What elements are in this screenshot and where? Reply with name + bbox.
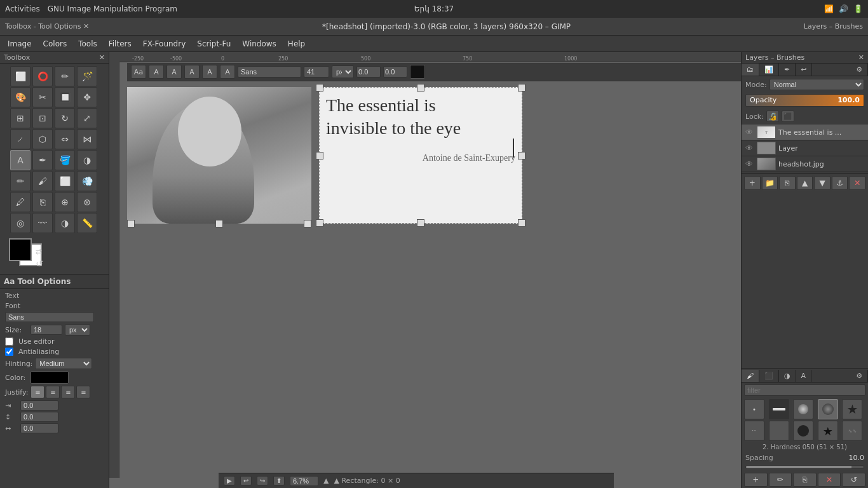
status-redo-btn[interactable]: ↪ <box>257 476 268 485</box>
text-offset-x-input[interactable] <box>356 66 381 78</box>
text-color-button[interactable] <box>410 65 425 79</box>
canvas-area[interactable]: -250 -500 0 250 500 750 1000 Aa A A A A … <box>109 52 741 488</box>
sel-handle-br-outer[interactable] <box>304 220 311 227</box>
new-brush-btn[interactable]: + <box>744 473 768 487</box>
right-panel-close[interactable]: ✕ <box>858 53 864 62</box>
selection-handle-br2[interactable] <box>518 219 526 227</box>
brush-item[interactable] <box>793 421 813 441</box>
new-layer-btn[interactable]: + <box>744 176 761 190</box>
sel-handle-bm-outer[interactable] <box>215 220 223 227</box>
activities-label[interactable]: Activities <box>5 4 40 13</box>
justify-fill-btn[interactable]: ≡ <box>76 386 90 398</box>
tool-rotate[interactable]: ↻ <box>55 108 75 128</box>
tool-measure[interactable]: 📏 <box>77 213 97 233</box>
move-layer-up-btn[interactable]: ▲ <box>797 176 813 190</box>
menu-colors[interactable]: Colors <box>38 38 72 50</box>
tab-channels[interactable]: 📊 <box>759 64 779 76</box>
size-input[interactable] <box>31 325 62 335</box>
duplicate-brush-btn[interactable]: ⎘ <box>793 473 817 487</box>
duplicate-layer-btn[interactable]: ⎘ <box>779 176 796 190</box>
justify-center-btn[interactable]: ≡ <box>46 386 60 398</box>
antialiasing-checkbox[interactable] <box>5 348 13 356</box>
selection-handle-tm[interactable] <box>417 84 424 92</box>
tab-gradients[interactable]: ◑ <box>779 370 796 382</box>
lock-pixels-btn[interactable]: 🔏 <box>766 111 779 122</box>
tool-perspective[interactable]: ⬡ <box>32 129 53 149</box>
tool-ellipse-select[interactable]: ⭕ <box>32 66 53 86</box>
tool-shear[interactable]: ⟋ <box>10 129 31 149</box>
selection-handle-tr[interactable] <box>518 84 526 92</box>
spacing-bar[interactable] <box>745 465 864 469</box>
tool-heal[interactable]: ⊕ <box>55 192 75 212</box>
layer-eye-btn[interactable]: 👁 <box>744 127 754 137</box>
refresh-brushes-btn[interactable]: ↺ <box>842 473 865 487</box>
brush-item-selected[interactable] <box>818 399 838 419</box>
text-font-kerning-btn[interactable]: A <box>220 65 235 79</box>
text-font-italic-btn[interactable]: A <box>166 65 182 79</box>
toolbox-close[interactable]: ✕ <box>99 53 105 62</box>
tool-scale[interactable]: ⤢ <box>77 108 97 128</box>
opacity-bar[interactable]: Opacity 100.0 <box>745 94 864 107</box>
sel-handle-bl-outer[interactable] <box>127 220 135 227</box>
tool-rect-select[interactable]: ⬜ <box>10 66 31 86</box>
tab-paths[interactable]: ✒ <box>779 64 796 76</box>
foreground-color-swatch[interactable] <box>9 238 32 261</box>
brush-item[interactable] <box>793 399 813 419</box>
tool-ink[interactable]: 🖊 <box>10 192 31 212</box>
tab-brushes[interactable]: 🖌 <box>742 370 759 382</box>
text-offset-y-input[interactable] <box>383 66 407 78</box>
move-layer-down-btn[interactable]: ▼ <box>814 176 831 190</box>
layer-mode-select[interactable]: Normal Multiply Screen Overlay <box>770 79 864 90</box>
selection-handle-tl[interactable] <box>316 84 323 92</box>
swap-colors-btn[interactable]: ⇄ <box>36 247 42 256</box>
tool-blur-sharpen[interactable]: ◎ <box>10 213 31 233</box>
tab-patterns[interactable]: ⬛ <box>759 370 779 382</box>
selection-handle-mr[interactable] <box>518 152 526 159</box>
brushes-options-btn[interactable]: ⚙ <box>851 370 868 382</box>
toolbox-title-left[interactable]: Toolbox - Tool Options ✕ <box>5 22 89 30</box>
brushes-filter-input[interactable] <box>744 384 865 396</box>
layer-eye-btn[interactable]: 👁 <box>744 159 754 169</box>
brush-item[interactable]: ★ <box>818 421 838 441</box>
selection-handle-bm2[interactable] <box>417 219 424 227</box>
menu-image[interactable]: Image <box>3 38 37 50</box>
tab-layers[interactable]: 🗂 <box>742 64 759 76</box>
tool-fuzzy-select[interactable]: 🪄 <box>77 66 97 86</box>
tool-smudge[interactable]: 〰 <box>32 213 53 233</box>
text-font-strikethrough-btn[interactable]: A <box>202 65 217 79</box>
brush-item[interactable]: ··· <box>744 421 764 441</box>
text-color-swatch[interactable] <box>31 371 69 384</box>
tool-eraser[interactable]: ⬜ <box>55 171 75 191</box>
tool-dodge-burn[interactable]: ◑ <box>55 213 75 233</box>
tool-paintbrush[interactable]: 🖌 <box>32 171 53 191</box>
text-tool-btn-aa[interactable]: Aa <box>131 65 146 79</box>
text-layer[interactable]: The essential is invisible to the eye An… <box>319 87 522 224</box>
letter-spacing-input[interactable] <box>20 423 58 433</box>
tool-path[interactable]: ✒ <box>32 150 53 170</box>
status-export-btn[interactable]: ⬆ <box>273 476 285 485</box>
size-unit-select[interactable]: px pt <box>65 324 90 336</box>
lock-alpha-btn[interactable]: ⬛ <box>782 111 794 122</box>
font-input[interactable] <box>5 312 94 322</box>
brush-item[interactable]: • <box>744 399 764 419</box>
justify-left-btn[interactable]: ≡ <box>31 386 44 398</box>
layer-eye-btn[interactable]: 👁 <box>744 143 754 153</box>
zoom-input[interactable] <box>290 476 318 486</box>
brush-item[interactable] <box>769 421 789 441</box>
menu-windows[interactable]: Windows <box>237 38 281 50</box>
tool-text[interactable]: A <box>10 150 31 170</box>
text-unit-select[interactable]: pxpt <box>332 65 354 78</box>
tool-move[interactable]: ✥ <box>77 87 97 107</box>
line-spacing-input[interactable] <box>20 412 58 422</box>
delete-layer-btn[interactable]: ✕ <box>849 176 865 190</box>
tool-foreground-select[interactable]: 🔲 <box>55 87 75 107</box>
hinting-select[interactable]: Medium None Slight Full <box>35 358 92 369</box>
brush-item[interactable]: ∿∿ <box>842 421 862 441</box>
reset-colors-btn[interactable]: ↺ <box>36 259 43 269</box>
brush-item[interactable]: ★ <box>842 399 862 419</box>
selection-handle-bl2[interactable] <box>316 219 323 227</box>
tab-fonts[interactable]: A <box>796 370 812 382</box>
use-editor-checkbox[interactable] <box>5 337 13 346</box>
menu-tools[interactable]: Tools <box>73 38 102 50</box>
tool-flip[interactable]: ⇔ <box>55 129 75 149</box>
